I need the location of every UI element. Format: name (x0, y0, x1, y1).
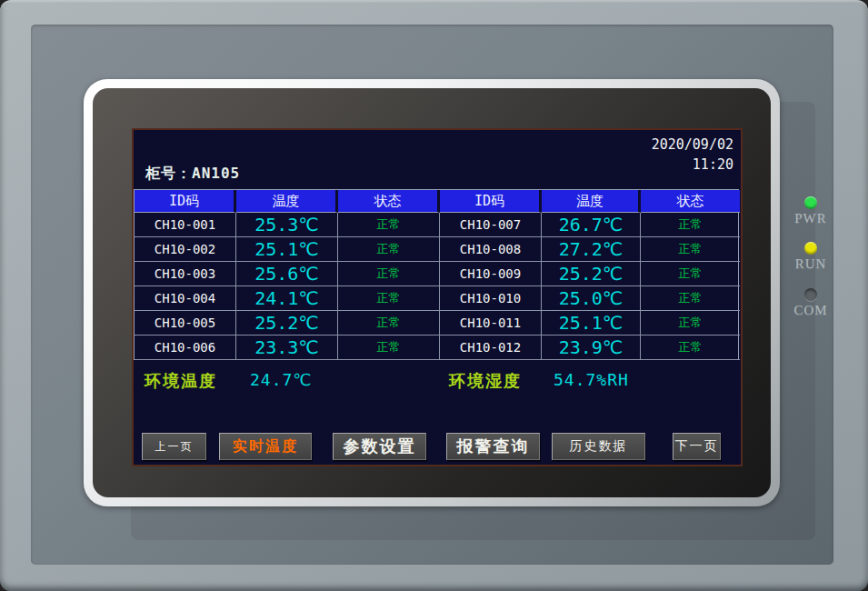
status-cell: 正常 (641, 213, 740, 237)
run-led: RUN (789, 242, 833, 272)
date-text: 2020/09/02 (652, 135, 733, 155)
status-cell: 正常 (641, 262, 740, 286)
ambient-humidity-value: 54.7%RH (554, 370, 629, 389)
power-led-icon (804, 196, 817, 209)
power-led: PWR (789, 196, 833, 226)
history-data-button[interactable]: 历史数据 (552, 433, 645, 460)
com-led-label: COM (789, 303, 833, 318)
device-casing: 2020/09/02 11:20 柜号：AN105 ID码 温度 状态 ID码 … (0, 0, 868, 591)
bezel-ring: 2020/09/02 11:20 柜号：AN105 ID码 温度 状态 ID码 … (84, 79, 780, 506)
channel-id-cell: CH10-009 (440, 262, 542, 286)
prev-page-button[interactable]: 上一页 (142, 433, 206, 460)
next-page-button[interactable]: 下一页 (673, 433, 721, 460)
status-led-strip: PWR RUN COM (789, 186, 833, 332)
ambient-temp-value: 24.7℃ (250, 370, 313, 389)
com-led-icon (804, 288, 817, 301)
table-header-cell: 状态 (338, 190, 440, 213)
power-led-label: PWR (789, 211, 833, 226)
run-led-icon (804, 242, 817, 255)
channel-id-cell: CH10-012 (440, 336, 542, 360)
table-header-cell: ID码 (135, 190, 236, 213)
table-header-cell: 温度 (542, 190, 641, 213)
temperature-cell: 26.7℃ (542, 213, 641, 237)
ambient-readings: 环境温度 24.7℃ 环境湿度 54.7%RH (134, 366, 739, 396)
channel-id-cell: CH10-007 (440, 213, 542, 237)
run-led-label: RUN (789, 256, 833, 272)
table-header-cell: 状态 (641, 190, 740, 213)
temperature-cell: 25.6℃ (236, 262, 338, 286)
screen-bezel: 2020/09/02 11:20 柜号：AN105 ID码 温度 状态 ID码 … (93, 88, 771, 497)
channel-id-cell: CH10-011 (440, 311, 542, 336)
status-cell: 正常 (641, 336, 740, 360)
temperature-cell: 24.1℃ (236, 286, 338, 311)
status-cell: 正常 (338, 336, 440, 360)
channel-id-cell: CH10-006 (135, 336, 236, 360)
ambient-temp-label: 环境温度 (145, 370, 217, 392)
cabinet-id-label: 柜号：AN105 (145, 165, 240, 184)
channel-id-cell: CH10-008 (440, 237, 542, 262)
temperature-cell: 25.0℃ (542, 286, 641, 311)
temperature-cell: 25.3℃ (236, 213, 338, 237)
touchscreen-display: 2020/09/02 11:20 柜号：AN105 ID码 温度 状态 ID码 … (132, 128, 743, 466)
ambient-humidity-label: 环境湿度 (449, 370, 522, 392)
status-cell: 正常 (641, 286, 740, 311)
table-header-cell: ID码 (440, 190, 542, 213)
status-cell: 正常 (338, 286, 440, 311)
temperature-cell: 27.2℃ (542, 237, 641, 262)
realtime-temperature-button[interactable]: 实时温度 (219, 433, 312, 460)
channel-id-cell: CH10-001 (135, 213, 236, 237)
table-header-cell: 温度 (236, 190, 338, 213)
channel-id-cell: CH10-003 (135, 262, 236, 286)
temperature-cell: 25.2℃ (236, 311, 338, 336)
status-cell: 正常 (641, 311, 740, 336)
channel-id-cell: CH10-002 (135, 237, 236, 262)
temperature-cell: 25.2℃ (542, 262, 641, 286)
temperature-cell: 23.3℃ (236, 336, 338, 360)
status-cell: 正常 (338, 213, 440, 237)
temperature-cell: 23.9℃ (542, 336, 641, 360)
temperature-cell: 25.1℃ (542, 311, 641, 336)
status-cell: 正常 (338, 262, 440, 286)
datetime-display: 2020/09/02 11:20 (652, 135, 733, 175)
status-cell: 正常 (641, 237, 740, 262)
temperature-table: ID码 温度 状态 ID码 温度 状态 CH10-001 25.3℃ 正常 CH… (134, 189, 739, 360)
hmi-panel: 2020/09/02 11:20 柜号：AN105 ID码 温度 状态 ID码 … (0, 0, 868, 591)
temperature-cell: 25.1℃ (236, 237, 338, 262)
channel-id-cell: CH10-005 (135, 311, 236, 336)
channel-id-cell: CH10-010 (440, 286, 542, 311)
time-text: 11:20 (652, 155, 733, 175)
status-cell: 正常 (338, 311, 440, 336)
com-led: COM (789, 288, 833, 318)
parameter-settings-button[interactable]: 参数设置 (333, 433, 426, 460)
channel-id-cell: CH10-004 (135, 286, 236, 311)
status-cell: 正常 (338, 237, 440, 262)
alarm-query-button[interactable]: 报警查询 (446, 433, 540, 460)
